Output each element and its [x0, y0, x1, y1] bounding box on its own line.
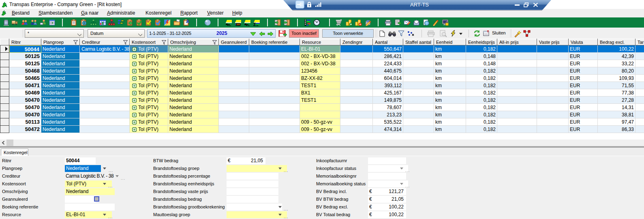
svg-text:Σ: Σ [253, 22, 256, 26]
